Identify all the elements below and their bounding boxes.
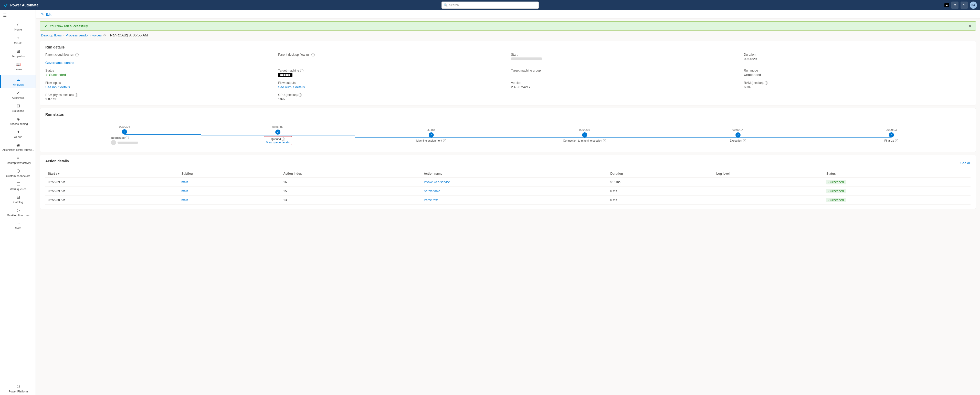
timeline-dot-queued: ✓	[275, 130, 280, 135]
info-icon-finalize[interactable]: i	[895, 139, 898, 142]
timeline-dot-requested: ✓	[122, 129, 127, 134]
sidebar-item-more[interactable]: ··· More	[0, 219, 36, 232]
timeline-label-finalize: Finalize i	[885, 139, 898, 142]
detail-value-flow-inputs[interactable]: See input details	[45, 85, 272, 89]
solutions-icon: ⊡	[17, 103, 20, 108]
detail-cpu-median: CPU (median) i 19%	[278, 93, 505, 101]
sidebar-item-process-mining[interactable]: ◈ Process mining	[0, 114, 36, 128]
info-icon-parent-desktop[interactable]: i	[312, 53, 315, 56]
sidebar-divider-bottom	[2, 381, 33, 381]
user-avatar[interactable]: PA	[970, 2, 977, 9]
detail-value-ram-bytes: 2.87 GB	[45, 97, 272, 101]
breadcrumb-flow-name[interactable]: Process vendor invoices	[65, 34, 102, 37]
info-icon-cpu-median[interactable]: i	[299, 93, 302, 97]
sidebar-item-catalog[interactable]: ⊟ Catalog	[0, 193, 36, 206]
logo-icon	[3, 3, 8, 8]
sidebar-toggle[interactable]: ☰	[0, 10, 36, 20]
sidebar-item-home[interactable]: ⌂ Home	[0, 20, 36, 33]
sidebar-item-solutions[interactable]: ⊡ Solutions	[0, 101, 36, 114]
breadcrumb-desktop-flows[interactable]: Desktop flows	[41, 34, 62, 37]
create-icon: ＋	[16, 35, 20, 40]
detail-start: Start	[511, 53, 738, 65]
sidebar-item-create[interactable]: ＋ Create	[0, 33, 36, 47]
timeline-stage-connection-to-machine: 00:00:05 ✓ Connection to machine session…	[508, 128, 661, 142]
info-icon-requested[interactable]: i	[126, 136, 129, 139]
cell-action-name-1: Set variable	[421, 187, 608, 196]
timeline-stage-queued: 00:00:02 ✓ Queued i View queue	[201, 125, 355, 145]
detail-label-parent-desktop: Parent desktop flow run i	[278, 53, 505, 56]
sidebar-item-myflows[interactable]: ☁ My flows	[0, 75, 36, 88]
info-icon-ram-bytes[interactable]: i	[75, 93, 78, 97]
sidebar-label-home: Home	[14, 28, 22, 31]
detail-label-ram-median: RAM (median) i	[744, 81, 970, 85]
sidebar-item-desktop-flow-runs[interactable]: ▷ Desktop flow runs	[0, 206, 36, 219]
see-all-link[interactable]: See all	[960, 161, 970, 165]
info-icon-ram-median[interactable]: i	[765, 81, 768, 85]
sidebar-item-desktop-flow-activity[interactable]: ≡ Desktop flow activity	[0, 154, 36, 166]
timeline-label-requested: Requested i	[111, 136, 138, 145]
sidebar-label-myflows: My flows	[13, 83, 24, 86]
sidebar-item-learn[interactable]: 📖 Learn	[0, 60, 36, 73]
cell-duration-1: 0 ms	[608, 187, 714, 196]
requested-name-blurred	[118, 142, 138, 144]
desktop-flow-activity-icon: ≡	[17, 156, 19, 160]
sidebar-item-templates[interactable]: ⊞ Templates	[0, 47, 36, 60]
cell-action-index-1: 15	[281, 187, 421, 196]
detail-parent-desktop-flow: Parent desktop flow run i —	[278, 53, 505, 65]
sidebar-item-ai-hub[interactable]: ✦ AI hub	[0, 128, 36, 141]
info-icon-target-machine[interactable]: i	[300, 69, 304, 72]
timeline-stage-requested: 00:00:04 ✓ Requested i	[48, 125, 201, 145]
timeline-dot-execution: ✓	[735, 132, 741, 138]
detail-value-duration: 00:00:29	[744, 57, 970, 61]
action-details-section: Action details See all Start ↓ ▾ Subflow	[40, 155, 976, 209]
cell-action-index-0: 16	[281, 178, 421, 187]
sidebar-item-work-queues[interactable]: ☰ Work queues	[0, 179, 36, 193]
sidebar-bottom: ⬡ Power Platform	[0, 380, 36, 395]
info-icon-machine-assignment[interactable]: i	[443, 139, 446, 142]
detail-label-target-machine: Target machine i	[278, 69, 505, 72]
status-badge-0: Succeeded	[826, 180, 846, 184]
detail-target-machine: Target machine i ■■■■■■	[278, 69, 505, 77]
detail-value-status: ✔ Succeeded	[45, 73, 272, 77]
sidebar-label-more: More	[15, 227, 21, 230]
timeline-label-machine-assignment: Machine assignment i	[416, 139, 446, 142]
timeline-dot-finalize: ✓	[889, 132, 894, 138]
info-icon-queued[interactable]: i	[282, 138, 285, 141]
sidebar-label-desktop-flow-activity: Desktop flow activity	[5, 162, 31, 165]
topbar-settings-icon[interactable]: ⚙	[951, 2, 958, 9]
detail-label-duration: Duration	[744, 53, 970, 56]
detail-flow-inputs: Flow inputs See input details	[45, 81, 272, 89]
sort-icon-start[interactable]: ↓	[56, 172, 57, 176]
flow-settings-icon: ⚙	[103, 34, 106, 37]
view-queue-details-link[interactable]: View queue details	[266, 141, 290, 144]
detail-label-flow-outputs: Flow outputs	[278, 81, 505, 85]
banner-close-button[interactable]: ✕	[969, 24, 972, 28]
detail-value-parent-cloud: —	[45, 57, 272, 61]
edit-bar[interactable]: ✎ Edit	[36, 10, 980, 19]
sidebar-item-approvals[interactable]: ✓ Approvals	[0, 88, 36, 101]
topbar-right: ■ ⚙ ? PA	[944, 2, 977, 9]
sidebar-item-automation-center[interactable]: ◉ Automation center (previe...	[0, 141, 36, 154]
detail-run-mode: Run mode Unattended	[744, 69, 970, 77]
col-action-name: Action name	[421, 170, 608, 178]
sidebar-label-create: Create	[14, 42, 22, 45]
filter-icon-start[interactable]: ▾	[58, 172, 59, 176]
detail-value-flow-outputs[interactable]: See output details	[278, 85, 505, 89]
info-icon-execution[interactable]: i	[743, 139, 746, 142]
sidebar-label-work-queues: Work queues	[10, 187, 27, 190]
info-icon-connection[interactable]: i	[603, 139, 606, 142]
sidebar-item-power-platform[interactable]: ⬡ Power Platform	[0, 382, 36, 395]
cell-duration-2: 0 ms	[608, 196, 714, 205]
info-icon-parent-cloud[interactable]: i	[75, 53, 79, 56]
detail-label-flow-inputs: Flow inputs	[45, 81, 272, 85]
detail-value-version: 2.48.6.24217	[511, 85, 738, 89]
governance-control-link[interactable]: Governance control	[45, 61, 272, 65]
catalog-icon: ⊟	[17, 195, 20, 200]
topbar-help-icon[interactable]: ?	[961, 2, 968, 9]
search-box[interactable]: 🔍 Search	[441, 2, 539, 9]
col-status: Status	[824, 170, 970, 178]
col-subflow: Subflow	[179, 170, 281, 178]
learn-icon: 📖	[16, 62, 21, 67]
cell-log-level-2: —	[714, 196, 824, 205]
sidebar-item-custom-connectors[interactable]: ⬡ Custom connectors	[0, 166, 36, 179]
